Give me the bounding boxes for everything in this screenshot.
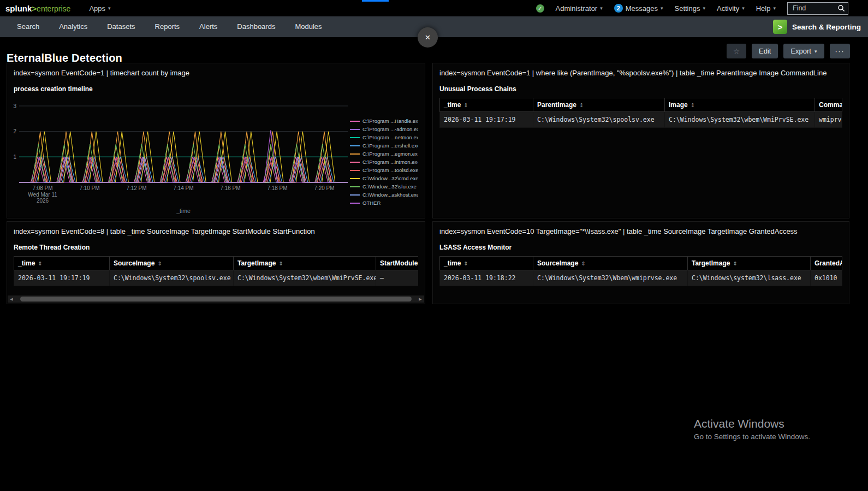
scrollbar-thumb[interactable] — [20, 297, 412, 301]
column-header-_time[interactable]: _time⇕ — [14, 257, 110, 270]
column-header-targetimage[interactable]: TargetImage⇕ — [688, 257, 811, 270]
panel-process-creation-timeline: index=sysmon EventCode=1 | timechart cou… — [7, 63, 425, 218]
column-header-startmodule[interactable]: StartModule⇕ — [376, 257, 419, 270]
search-reporting-app-icon: > — [773, 20, 787, 34]
panel-subtitle: Remote Thread Creation — [7, 236, 425, 256]
column-header-_time[interactable]: _time⇕ — [440, 257, 533, 270]
search-icon[interactable] — [837, 4, 845, 12]
chevron-down-icon: ▾ — [703, 5, 705, 11]
legend-item[interactable]: C:\Window...32\slui.exe — [350, 182, 418, 191]
svg-text:7:12 PM: 7:12 PM — [126, 185, 146, 191]
svg-text:7:14 PM: 7:14 PM — [173, 185, 193, 191]
chevron-down-icon: ▾ — [108, 5, 111, 11]
table-row[interactable]: 2026-03-11 19:17:19C:\Windows\System32\s… — [440, 112, 842, 128]
sort-icon: ⇕ — [581, 261, 585, 267]
legend-label: C:\Program ...-admon.exe — [362, 126, 418, 132]
legend-item[interactable]: C:\Window...askhost.exe — [350, 191, 418, 199]
chevron-down-icon: ▾ — [773, 5, 776, 11]
tab-modules[interactable]: Modules — [285, 16, 331, 37]
apps-menu-label: Apps — [89, 4, 105, 13]
legend-item[interactable]: C:\Program ...toolsd.exe — [350, 166, 418, 174]
panel-remote-thread-creation: index=sysmon EventCode=8 | table _time S… — [7, 221, 425, 304]
sort-icon: ⇕ — [278, 261, 283, 267]
edit-button[interactable]: Edit — [752, 44, 778, 58]
table-cell: C:\Windows\System32\wbem\WmiPrvSE.exe — [665, 112, 815, 128]
find-input[interactable] — [792, 4, 837, 13]
chevron-down-icon: ▾ — [742, 5, 745, 11]
scroll-left-arrow[interactable]: ◀ — [8, 295, 15, 303]
scroll-left-icon: ◀ — [10, 297, 13, 301]
sort-icon: ⇕ — [38, 261, 42, 267]
table-cell: C:\Windows\System32\spoolsv.exe — [110, 270, 234, 286]
table-cell: – — [376, 270, 419, 286]
tab-reports[interactable]: Reports — [145, 16, 190, 37]
column-header-_time[interactable]: _time⇕ — [440, 98, 533, 112]
column-header-targetimage[interactable]: TargetImage⇕ — [234, 257, 376, 270]
scroll-right-arrow[interactable]: ▶ — [417, 295, 424, 303]
timechart-svg[interactable]: 1237:08 PMWed Mar 1120267:10 PM7:12 PM7:… — [10, 100, 350, 215]
chevron-down-icon: ▾ — [815, 49, 817, 54]
legend-swatch — [350, 170, 360, 171]
tab-dashboards[interactable]: Dashboards — [227, 16, 285, 37]
horizontal-scrollbar[interactable]: ◀ ▶ — [8, 295, 424, 303]
lsass-access-monitor-table: _time⇕SourceImage⇕TargetImage⇕GrantedAcc… — [439, 256, 842, 286]
legend-swatch — [350, 153, 360, 155]
settings-menu[interactable]: Settings ▾ — [675, 4, 706, 13]
legend-swatch — [350, 137, 360, 138]
sort-icon: ⇕ — [579, 102, 584, 108]
table-cell: C:\Windows\System32\wbem\WmiPrvSE.exe — [234, 270, 376, 286]
legend-item[interactable]: OTHER — [350, 199, 418, 207]
panel-subtitle: Unusual Process Chains — [433, 78, 849, 98]
legend-item[interactable]: C:\Program ...netmon.exe — [350, 133, 418, 141]
column-header-grantedaccess[interactable]: GrantedAccess⇕ — [811, 257, 842, 270]
more-actions-button[interactable]: ··· — [830, 44, 851, 58]
legend-label: C:\Program ...intmon.exe — [362, 159, 418, 165]
export-button[interactable]: Export ▾ — [783, 44, 824, 58]
legend-item[interactable]: C:\Program ...Handle.exe — [350, 117, 418, 125]
top-accent-line — [362, 0, 389, 2]
tab-alerts[interactable]: Alerts — [189, 16, 227, 37]
column-header-parentimage[interactable]: ParentImage⇕ — [533, 98, 665, 112]
health-check-icon[interactable]: ✓ — [536, 4, 544, 13]
unusual-process-chains-table: _time⇕ParentImage⇕Image⇕CommandLine⇕2026… — [439, 98, 842, 128]
sort-icon: ⇕ — [733, 261, 737, 267]
table-row[interactable]: 2026-03-11 19:17:19C:\Windows\System32\s… — [14, 270, 419, 286]
column-header-sourceimage[interactable]: SourceImage⇕ — [533, 257, 688, 270]
star-icon: ☆ — [733, 47, 740, 56]
legend-item[interactable]: C:\Program ...-admon.exe — [350, 125, 418, 133]
find-search[interactable] — [787, 2, 848, 15]
column-header-label: GrantedAccess — [815, 259, 842, 267]
tab-search[interactable]: Search — [7, 16, 49, 37]
activity-label: Activity — [717, 4, 739, 13]
legend-item[interactable]: C:\Program ...ershell.exe — [350, 141, 418, 150]
legend-item[interactable]: C:\Program ...intmon.exe — [350, 158, 418, 166]
column-header-sourceimage[interactable]: SourceImage⇕ — [110, 257, 234, 270]
legend-swatch — [350, 121, 360, 122]
close-button[interactable]: × — [418, 27, 438, 48]
column-header-commandline[interactable]: CommandLine⇕ — [815, 98, 842, 112]
favorite-star-button[interactable]: ☆ — [727, 44, 746, 58]
logo-chevron: > — [32, 4, 37, 13]
messages-menu[interactable]: 2 Messages ▾ — [614, 4, 663, 13]
table-row[interactable]: 2026-03-11 19:18:22C:\Windows\System32\W… — [440, 270, 842, 286]
administrator-label: Administrator — [556, 4, 598, 13]
scrollbar-track[interactable] — [15, 295, 417, 303]
administrator-menu[interactable]: Administrator ▾ — [556, 4, 603, 13]
help-menu[interactable]: Help ▾ — [756, 4, 776, 13]
table-cell: C:\Windows\System32\spoolsv.exe — [533, 112, 665, 128]
chart-legend: C:\Program ...Handle.exeC:\Program ...-a… — [350, 100, 418, 215]
activity-menu[interactable]: Activity ▾ — [717, 4, 745, 13]
splunk-logo[interactable]: splunk>enterprise — [5, 4, 70, 13]
legend-label: C:\Window...askhost.exe — [362, 192, 418, 198]
legend-label: C:\Window...32\slui.exe — [362, 184, 417, 190]
table-cell: 2026-03-11 19:17:19 — [14, 270, 110, 286]
column-header-image[interactable]: Image⇕ — [665, 98, 815, 112]
legend-item[interactable]: C:\Window...32\cmd.exe — [350, 174, 418, 182]
apps-menu[interactable]: Apps ▾ — [89, 4, 110, 13]
tab-datasets[interactable]: Datasets — [97, 16, 145, 37]
legend-item[interactable]: C:\Program ...egmon.exe — [350, 150, 418, 158]
tab-analytics[interactable]: Analytics — [49, 16, 97, 37]
current-app[interactable]: > Search & Reporting — [773, 20, 868, 34]
remote-thread-creation-table: _time⇕SourceImage⇕TargetImage⇕StartModul… — [14, 256, 418, 286]
current-app-name: Search & Reporting — [792, 23, 861, 31]
